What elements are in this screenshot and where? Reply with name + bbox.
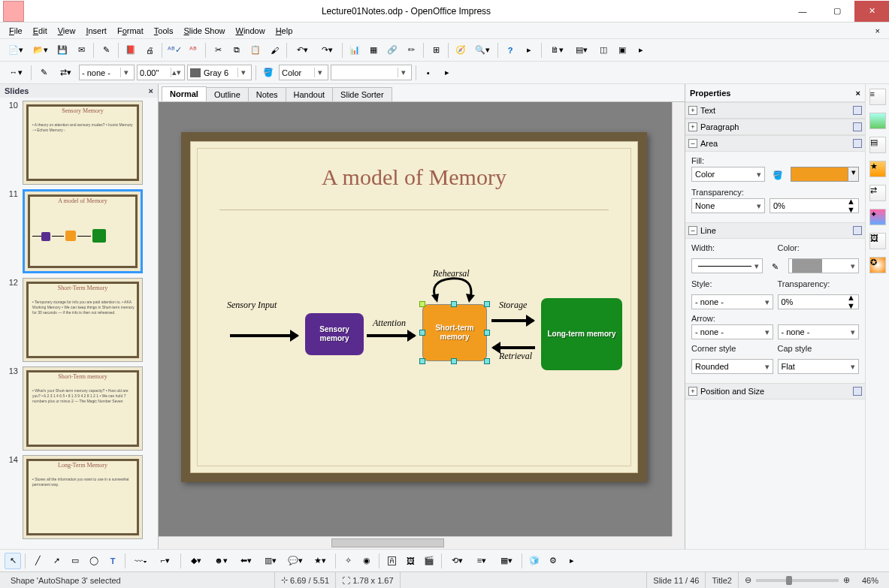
callouts-tool[interactable]: 💬▾ [284, 553, 307, 569]
menu-view[interactable]: View [53, 25, 80, 37]
table-button[interactable]: ▦ [365, 42, 382, 59]
slide-list[interactable]: 10 Sensory Memory• A theory on attention… [0, 98, 158, 549]
menu-format[interactable]: Format [113, 25, 148, 37]
email-button[interactable]: ✉ [73, 42, 89, 59]
redo-button[interactable]: ↷▾ [316, 42, 338, 59]
menu-help[interactable]: Help [271, 25, 298, 37]
help-button[interactable]: ? [502, 42, 519, 59]
toolbar-overflow-2[interactable]: ▸ [633, 42, 649, 59]
line-style-combo[interactable]: - none -▾ [79, 65, 135, 80]
corner-style-select[interactable]: Rounded▾ [691, 359, 773, 374]
close-button[interactable]: ✕ [854, 1, 889, 22]
canvas-area[interactable]: A model of Memory Sensory Input Sensory … [159, 102, 685, 549]
autospell-button[interactable]: ᴬᴮ [185, 42, 201, 59]
paste-button[interactable]: 📋 [247, 42, 264, 59]
navigator-icon[interactable]: ✪ [869, 257, 886, 273]
styles-icon[interactable]: ✦ [869, 209, 886, 225]
slide-canvas[interactable]: A model of Memory Sensory Input Sensory … [181, 132, 647, 482]
maximize-button[interactable]: ▢ [820, 1, 854, 22]
format-paintbrush-button[interactable]: 🖌 [266, 42, 283, 59]
symbol-shapes-tool[interactable]: ☻▾ [210, 553, 232, 569]
slides-panel-close[interactable]: × [149, 86, 153, 95]
gallery-icon[interactable]: 🖼 [869, 233, 886, 249]
line-style-select[interactable]: - none -▾ [691, 294, 773, 309]
tab-handout[interactable]: Handout [286, 87, 334, 101]
box-short-term-memory[interactable]: Short-term memory [422, 304, 487, 361]
print-button[interactable]: 🖨 [141, 42, 158, 59]
section-position-size[interactable]: +Position and Size [685, 383, 865, 400]
label-attention[interactable]: Attention [373, 318, 406, 329]
arrow-tool[interactable]: ➚ [48, 553, 65, 569]
fill-type-combo[interactable]: Color▾ [279, 65, 328, 80]
align-tool[interactable]: ≡▾ [470, 553, 493, 569]
interaction-tool[interactable]: ⚙ [545, 553, 561, 569]
status-master[interactable]: Title2 [706, 572, 739, 588]
select-tool[interactable]: ↖ [5, 553, 21, 569]
stars-tool[interactable]: ★▾ [309, 553, 331, 569]
arrow-attention[interactable] [367, 334, 415, 337]
arrow-storage[interactable] [491, 319, 534, 322]
menu-window[interactable]: Window [231, 25, 270, 37]
fill-color-select[interactable]: ▾ [791, 167, 859, 182]
menu-tools[interactable]: Tools [150, 25, 178, 37]
rect-tool[interactable]: ▭ [67, 553, 83, 569]
gluepoints-tool[interactable]: ◉ [358, 553, 375, 569]
arrow-style-button[interactable]: ↔▾ [5, 65, 27, 81]
grid-button[interactable]: ⊞ [428, 42, 444, 59]
slide-title[interactable]: A model of Memory [191, 164, 637, 190]
menu-insert[interactable]: Insert [81, 25, 111, 37]
bottom-overflow[interactable]: ▸ [564, 553, 580, 569]
basic-shapes-tool[interactable]: ◆▾ [185, 553, 207, 569]
arrow-end-select[interactable]: - none -▾ [778, 324, 860, 339]
horizontal-scrollbar[interactable] [159, 536, 672, 549]
properties-icon[interactable] [869, 113, 886, 129]
extrusion-tool[interactable]: 🧊 [526, 553, 543, 569]
arrow-rehearsal[interactable] [428, 277, 481, 304]
slide-thumb-10[interactable]: 10 Sensory Memory• A theory on attention… [6, 101, 156, 185]
rotate-tool[interactable]: ⟲▾ [446, 553, 468, 569]
slide-thumb-14[interactable]: 14 Long-Term Memory• Stores all the info… [6, 455, 156, 539]
line-color-combo[interactable]: Gray 6▾ [187, 65, 252, 80]
slide-design-button[interactable]: ◫ [595, 42, 612, 59]
arrow-input[interactable] [230, 334, 298, 337]
section-paragraph[interactable]: +Paragraph [685, 119, 865, 135]
chart-button[interactable]: 📊 [346, 42, 363, 59]
menu-file[interactable]: File [5, 25, 27, 37]
undo-button[interactable]: ↶▾ [291, 42, 313, 59]
section-text[interactable]: +Text [685, 102, 865, 119]
section-area[interactable]: –Area [685, 135, 865, 152]
from-file-tool[interactable]: 🖼 [402, 553, 419, 569]
minimize-button[interactable]: — [785, 1, 820, 22]
status-slide[interactable]: Slide 11 / 46 [647, 572, 706, 588]
zoom-button[interactable]: 🔍▾ [471, 42, 494, 59]
shadow-button[interactable]: ▪ [420, 65, 437, 81]
section-line[interactable]: –Line [685, 222, 865, 239]
zoom-out-button[interactable]: ⊖ [745, 575, 751, 585]
show-draw-functions-button[interactable]: ✏ [403, 42, 419, 59]
line-width-select[interactable]: ▾ [691, 258, 763, 273]
document-close-button[interactable]: × [871, 26, 884, 35]
slide-thumb-11[interactable]: 11 A model of Memory [6, 189, 156, 273]
edit-file-button[interactable]: ✎ [98, 42, 114, 59]
label-storage[interactable]: Storage [499, 300, 527, 311]
save-button[interactable]: 💾 [54, 42, 71, 59]
box-sensory-memory[interactable]: Sensory memory [305, 313, 364, 355]
vertical-scrollbar[interactable] [672, 102, 685, 536]
tab-notes[interactable]: Notes [248, 87, 286, 101]
cut-button[interactable]: ✂ [210, 42, 226, 59]
fill-color-combo[interactable]: ▾ [331, 65, 412, 80]
toolbar2-overflow[interactable]: ▸ [439, 65, 455, 81]
custom-animation-icon[interactable]: ★ [869, 161, 886, 177]
slideshow-button[interactable]: ▣ [614, 42, 630, 59]
flowchart-tool[interactable]: ▥▾ [259, 553, 282, 569]
connector-tool[interactable]: ⌐▾ [154, 553, 177, 569]
line-end-button[interactable]: ⇄▾ [54, 65, 77, 81]
label-retrieval[interactable]: Retrieval [499, 351, 532, 362]
line-width-spinner[interactable]: 0.00"▴▾ [137, 65, 185, 80]
slide-thumb-13[interactable]: 13 Short-Term memory• What's your Short-… [6, 366, 156, 451]
block-arrows-tool[interactable]: ⬅▾ [234, 553, 257, 569]
new-button[interactable]: 📄▾ [5, 42, 27, 59]
line-prop-button[interactable]: ✎ [35, 65, 52, 81]
hyperlink-button[interactable]: 🔗 [384, 42, 401, 59]
arrange-tool[interactable]: ▦▾ [495, 553, 518, 569]
